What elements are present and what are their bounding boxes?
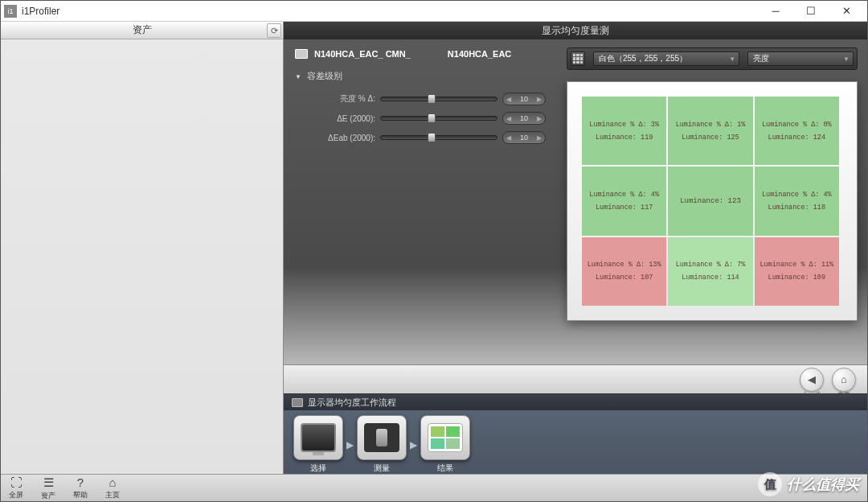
grid-cell: Luminance: 123 [668, 167, 752, 235]
uniformity-grid-frame: Luminance % Δ: 3%Luminance: 119Luminance… [567, 81, 858, 321]
window-title: i1Profiler [22, 6, 758, 17]
assets-header: 资产 ⟳ [1, 22, 283, 39]
workflow-step[interactable]: 测量 [357, 415, 407, 474]
device-name-2: N140HCA_EAC [448, 49, 511, 59]
device-name-1: N140HCA_EAC_ CMN_ [314, 49, 411, 59]
main-title: 显示均匀度量测 [542, 24, 609, 38]
assets-title: 资产 [133, 23, 152, 37]
grid-cell: Luminance % Δ: 3%Luminance: 119 [582, 97, 666, 165]
tolerance-row: ΔEab (2000): ◀10▶ [295, 129, 546, 146]
tolerance-slider[interactable] [380, 135, 497, 140]
grid-view-icon[interactable] [571, 51, 585, 66]
titlebar: i1 i1Profiler ─ ☐ ✕ [1, 1, 867, 22]
tolerance-label: ΔE (2000): [295, 114, 375, 123]
main-header: 显示均匀度量测 [284, 22, 867, 39]
tolerance-label: ΔEab (2000): [295, 134, 375, 142]
tolerance-slider[interactable] [380, 116, 497, 121]
workflow-step[interactable]: 结果 [420, 415, 470, 474]
tolerance-row: 亮度 % Δ: ◀10▶ [295, 90, 546, 108]
workflow-panel: 显示器均匀度工作流程 选择▶测量▶结果 [284, 393, 867, 474]
grid-cell: Luminance % Δ: 11%Luminance: 109 [755, 237, 839, 306]
grid-cell: Luminance % Δ: 4%Luminance: 118 [755, 167, 839, 235]
statusbar-item[interactable]: ?帮助 [73, 475, 88, 500]
statusbar-item[interactable]: ☰资产 [41, 475, 55, 501]
grid-cell: Luminance % Δ: 4%Luminance: 117 [582, 167, 666, 235]
tolerance-spinner[interactable]: ◀10▶ [502, 93, 546, 105]
chevron-down-icon: ▼ [843, 56, 850, 63]
monitor-icon [295, 49, 308, 59]
workflow-step[interactable]: 选择 [293, 415, 343, 474]
prev-button[interactable]: ◀上一步 [800, 368, 824, 392]
tolerance-label: 亮度 % Δ: [295, 93, 375, 105]
tolerance-spinner[interactable]: ◀10▶ [502, 131, 546, 144]
maximize-button[interactable]: ☐ [793, 1, 829, 22]
statusbar-item[interactable]: ⛶全屏 [9, 475, 23, 500]
refresh-button[interactable]: ⟳ [267, 23, 281, 38]
device-row: N140HCA_EAC_ CMN_ N140HCA_EAC [295, 49, 546, 59]
chevron-down-icon: ▼ [729, 56, 735, 63]
grid-cell: Luminance % Δ: 7%Luminance: 114 [668, 237, 752, 306]
tolerance-row: ΔE (2000): ◀10▶ [295, 109, 546, 127]
minimize-button[interactable]: ─ [758, 1, 793, 22]
tolerance-spinner[interactable]: ◀10▶ [502, 112, 546, 125]
close-button[interactable]: ✕ [829, 1, 864, 22]
grid-cell: Luminance % Δ: 1%Luminance: 125 [668, 97, 752, 165]
sidebar: 资产 ⟳ [1, 22, 284, 474]
uniformity-grid: Luminance % Δ: 3%Luminance: 119Luminance… [582, 97, 839, 306]
tolerance-section[interactable]: 容差级别 [295, 70, 546, 82]
app-icon: i1 [4, 5, 17, 18]
nav-bar: ◀上一步 ⌂主页 [284, 364, 867, 393]
color-dropdown[interactable]: 白色（255，255，255）▼ [593, 51, 739, 66]
chevron-right-icon: ▶ [410, 439, 417, 451]
workflow-title: 显示器均匀度工作流程 [308, 397, 396, 409]
metric-dropdown[interactable]: 亮度▼ [747, 51, 854, 66]
statusbar: ⛶全屏☰资产?帮助⌂主页 [1, 474, 867, 501]
home-button[interactable]: ⌂主页 [832, 368, 856, 392]
chevron-right-icon: ▶ [346, 439, 354, 451]
grid-cell: Luminance % Δ: 0%Luminance: 124 [755, 97, 839, 165]
grid-cell: Luminance % Δ: 13%Luminance: 107 [582, 237, 666, 306]
monitor-icon [292, 398, 303, 407]
tolerance-slider[interactable] [380, 97, 497, 101]
statusbar-item[interactable]: ⌂主页 [105, 475, 120, 500]
